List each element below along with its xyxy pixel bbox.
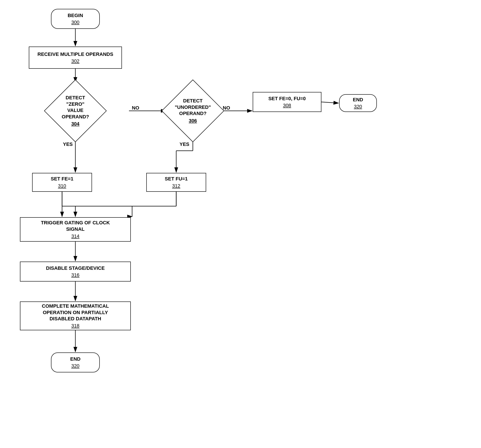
no-label-detect-zero: NO [132,105,139,111]
end-top-id: 320 [354,104,362,109]
complete-label: COMPLETE MATHEMATICALOPERATION ON PARTIA… [42,303,109,322]
trigger-node: TRIGGER GATING OF CLOCKSIGNAL 314 [20,217,131,242]
set-fe0-fu0-node: SET FE=0, FU=0 308 [253,92,321,112]
end-top-label: END [353,97,363,103]
yes-label-detect-zero: YES [63,141,73,147]
receive-node: RECEIVE MULTIPLE OPERANDS 302 [29,46,122,69]
set-fu1-label: SET FU=1 [165,176,188,182]
receive-id: 302 [71,58,80,64]
begin-label: BEGIN [68,12,83,19]
flowchart: BEGIN 300 RECEIVE MULTIPLE OPERANDS 302 … [0,0,481,448]
end-top-node: END 320 [339,94,377,112]
end-bottom-label: END [70,356,81,362]
set-fe0-fu0-id: 308 [283,103,291,108]
complete-id: 318 [71,323,80,329]
end-bottom-id: 320 [71,363,80,369]
set-fe1-label: SET FE=1 [51,176,73,182]
detect-zero-wrapper: DETECT"ZERO"VALUEOPERAND? 304 [22,82,128,140]
set-fe0-fu0-label: SET FE=0, FU=0 [268,96,306,102]
disable-label: DISABLE STAGE/DEVICE [46,265,105,272]
set-fu1-id: 312 [172,183,180,189]
svg-line-9 [321,102,338,103]
begin-id: 300 [71,20,80,25]
set-fe1-id: 310 [58,183,66,189]
end-bottom-node: END 320 [51,352,100,372]
no-label-detect-unordered: NO [223,105,230,111]
disable-node: DISABLE STAGE/DEVICE 316 [20,262,131,281]
detect-unordered-wrapper: DETECT"UNORDERED"OPERAND? 306 [140,82,246,140]
begin-node: BEGIN 300 [51,9,100,29]
trigger-id: 314 [71,233,80,239]
disable-id: 316 [71,272,80,278]
complete-node: COMPLETE MATHEMATICALOPERATION ON PARTIA… [20,302,131,330]
trigger-label: TRIGGER GATING OF CLOCKSIGNAL [41,220,110,232]
set-fe1-node: SET FE=1 310 [32,173,92,192]
yes-label-detect-unordered: YES [180,141,189,147]
receive-label: RECEIVE MULTIPLE OPERANDS [38,51,113,58]
set-fu1-node: SET FU=1 312 [146,173,206,192]
